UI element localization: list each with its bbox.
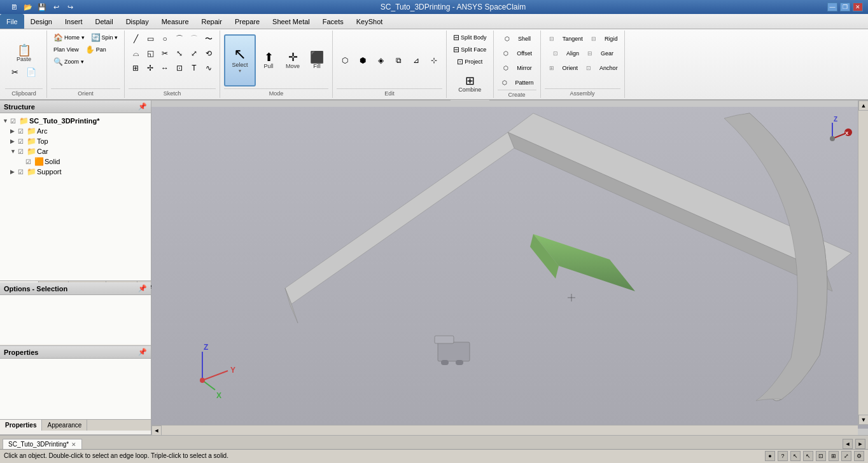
mirror-sk-icon[interactable]: ⟲ (202, 46, 216, 60)
offset-button[interactable]: Offset (514, 46, 535, 60)
tree-item-arc[interactable]: ▶ ☑ 📁 Arc (3, 126, 148, 136)
new-button[interactable]: 🖹 (8, 1, 20, 13)
options-pin-icon[interactable]: 📌 (138, 284, 147, 293)
align-button[interactable]: Align (564, 46, 582, 60)
rigid-button[interactable]: Rigid (602, 32, 620, 46)
spin-button[interactable]: 🔄Spin ▾ (88, 32, 121, 43)
open-button[interactable]: 📂 (22, 1, 34, 13)
select-button[interactable]: ↖ Select ▾ (224, 34, 256, 86)
extend-icon[interactable]: ⤡ (172, 46, 186, 60)
edit-icon4[interactable]: ⧉ (390, 52, 407, 69)
asm-icon6[interactable]: ⊡ (582, 61, 596, 75)
menu-file[interactable]: File (0, 14, 24, 29)
tree-item-top[interactable]: ▶ ☑ 📁 Top (3, 136, 148, 146)
save-button[interactable]: 💾 (36, 1, 48, 13)
asm-icon5[interactable]: ⊞ (545, 61, 559, 75)
tab-nav-right[interactable]: ► (855, 439, 865, 449)
pull-button[interactable]: ⬆ Pull (257, 49, 280, 72)
create-icon3[interactable]: ⬡ (499, 61, 513, 75)
create-icon1[interactable]: ⬡ (500, 32, 514, 46)
tree-item-solid[interactable]: ☑ 🟧 Solid (3, 156, 148, 167)
structure-panel-header[interactable]: Structure 📌 (0, 100, 151, 113)
menu-sheetmetal[interactable]: Sheet Metal (266, 14, 316, 29)
edit-icon3[interactable]: ◈ (372, 52, 389, 69)
curve-icon[interactable]: 〜 (202, 32, 216, 46)
spline-icon[interactable]: ∿ (202, 61, 216, 75)
menu-facets[interactable]: Facets (316, 14, 350, 29)
dim-icon[interactable]: ↔ (158, 61, 172, 75)
tree-item-support[interactable]: ▶ ☑ 📁 Support (3, 167, 148, 177)
split-face-button[interactable]: ⊟ Split Face (451, 44, 489, 55)
home-button[interactable]: 🏠Home ▾ (51, 32, 87, 43)
move-sk-icon[interactable]: ✢ (143, 61, 157, 75)
tab-close-button[interactable]: ✕ (71, 441, 76, 448)
tree-check-top[interactable]: ☑ (18, 138, 27, 145)
tree-check-car[interactable]: ☑ (18, 148, 27, 155)
paste-button[interactable]: 📋 Paste (13, 42, 36, 65)
minimize-button[interactable]: — (827, 3, 837, 11)
structure-pin-icon[interactable]: 📌 (138, 102, 147, 111)
scroll-up-button[interactable]: ▲ (858, 100, 868, 111)
document-tab-active[interactable]: SC_Tuto_3DPrinting* ✕ (3, 439, 82, 449)
menu-insert[interactable]: Insert (59, 14, 89, 29)
create-icon4[interactable]: ⬡ (498, 76, 512, 90)
status-icon-cursor[interactable]: ⊡ (816, 451, 826, 461)
create-icon2[interactable]: ⬡ (499, 46, 513, 60)
tree-item-car[interactable]: ▼ ☑ 📁 Car (3, 146, 148, 156)
anchor-button[interactable]: Anchor (597, 61, 620, 75)
status-icon-1[interactable]: ● (765, 451, 775, 461)
zoom-button[interactable]: 🔍Zoom ▾ (51, 56, 87, 67)
orient-asm-button[interactable]: Orient (560, 61, 581, 75)
properties-pin-icon[interactable]: 📌 (138, 348, 147, 356)
trim-icon[interactable]: ✂ (158, 46, 172, 60)
edit-icon1[interactable]: ⬡ (337, 52, 353, 69)
edit-icon2[interactable]: ⬢ (354, 52, 371, 69)
line-icon[interactable]: ╱ (129, 32, 143, 46)
status-icon-select[interactable]: ↖ (790, 451, 801, 461)
edit-icon5[interactable]: ⊿ (408, 52, 424, 69)
constraint-icon[interactable]: ⊡ (172, 61, 186, 75)
tab-appearance[interactable]: Appearance (42, 420, 87, 431)
menu-design[interactable]: Design (24, 14, 59, 29)
rect-icon[interactable]: ▭ (143, 32, 157, 46)
options-panel-header[interactable]: Options - Selection 📌 (0, 282, 151, 295)
fill-button[interactable]: ⬛ Fill (305, 49, 328, 72)
asm-icon1[interactable]: ⊟ (545, 32, 559, 46)
text-icon[interactable]: T (187, 61, 201, 75)
tree-check-root[interactable]: ☑ (10, 118, 19, 125)
status-icon-zoom[interactable]: ⊞ (829, 451, 839, 461)
close-button[interactable]: ✕ (853, 3, 863, 11)
restore-button[interactable]: ❐ (840, 3, 850, 11)
horizontal-scrollbar[interactable]: ◄ ► (151, 425, 858, 435)
move-button[interactable]: ✛ Move (281, 49, 304, 72)
project-button[interactable]: ⊡ Project (454, 56, 485, 67)
menu-prepare[interactable]: Prepare (228, 14, 266, 29)
status-icon-settings[interactable]: ⚙ (854, 451, 864, 461)
asm-icon4[interactable]: ⊟ (583, 46, 597, 60)
asm-icon2[interactable]: ⊟ (587, 32, 601, 46)
tree-check-support[interactable]: ☑ (18, 169, 27, 176)
arc-icon[interactable]: ⌒ (172, 32, 186, 46)
split-body-button[interactable]: ⊟ Split Body (451, 32, 489, 43)
asm-icon3[interactable]: ⊡ (549, 46, 563, 60)
plan-view-button[interactable]: Plan View (51, 45, 81, 54)
offset-sk-icon[interactable]: ⤢ (187, 46, 201, 60)
vertical-scrollbar[interactable]: ▲ ▼ (858, 100, 868, 425)
redo-button[interactable]: ↪ (64, 1, 76, 13)
tab-nav-left[interactable]: ◄ (843, 439, 853, 449)
properties-panel-header[interactable]: Properties 📌 (0, 346, 151, 359)
undo-button[interactable]: ↩ (50, 1, 62, 13)
circle-icon[interactable]: ○ (158, 32, 172, 46)
scroll-left-button[interactable]: ◄ (151, 425, 162, 435)
combine-button[interactable]: ⊞ Combine (455, 68, 484, 100)
menu-measure[interactable]: Measure (155, 14, 195, 29)
copy-button[interactable]: 📄 (23, 66, 39, 78)
shell-button[interactable]: Shell (515, 32, 533, 46)
tab-properties[interactable]: Properties (0, 420, 42, 431)
menu-display[interactable]: Display (120, 14, 155, 29)
menu-keyshot[interactable]: KeyShot (350, 14, 389, 29)
fillet-icon[interactable]: ⌓ (129, 46, 143, 60)
scroll-down-button[interactable]: ▼ (858, 415, 868, 425)
edit-icon6[interactable]: ⊹ (426, 52, 442, 69)
menu-detail[interactable]: Detail (89, 14, 120, 29)
